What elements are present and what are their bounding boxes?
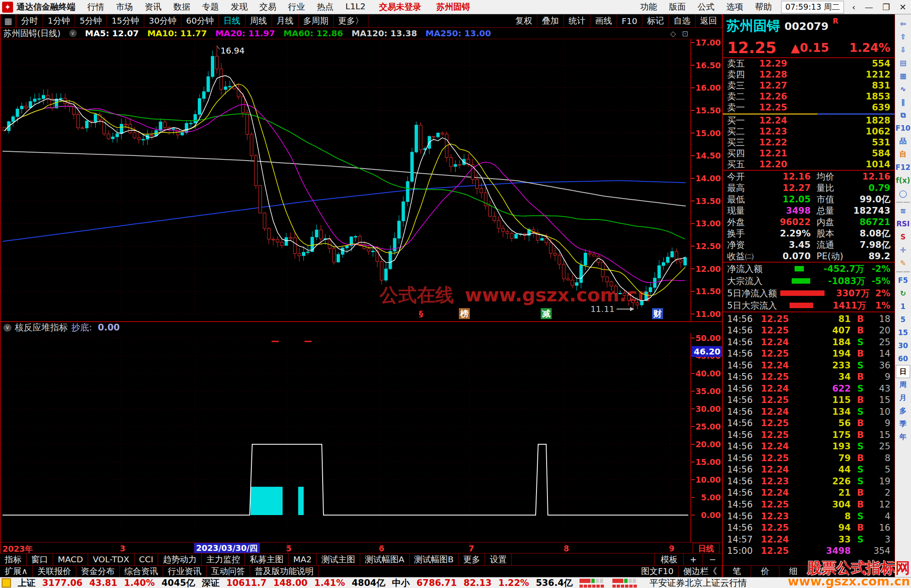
period-quarter[interactable]: 季: [896, 417, 910, 430]
period-15min[interactable]: 15: [896, 326, 910, 339]
indicator-tab[interactable]: 更多: [458, 553, 485, 565]
period-tab[interactable]: 更多〉: [334, 14, 369, 27]
chart-tool-button[interactable]: 画线: [590, 14, 617, 27]
menu-item[interactable]: 帮助: [749, 1, 778, 13]
index-value[interactable]: 82.13: [464, 578, 491, 588]
info-tab[interactable]: 关联报价: [33, 566, 76, 577]
period-tab[interactable]: 60分钟: [181, 14, 218, 27]
info-tab[interactable]: 普及版功能说明: [250, 566, 319, 577]
refresh-icon[interactable]: ↻: [896, 287, 910, 300]
menu-item[interactable]: 行情: [81, 1, 110, 13]
info-tab[interactable]: 行业资讯: [163, 566, 207, 577]
period-5min[interactable]: 5: [896, 313, 910, 326]
period-tab[interactable]: 分时: [16, 14, 43, 27]
menu-item[interactable]: 公式: [692, 1, 720, 13]
info-tab[interactable]: 互动问答: [207, 566, 250, 577]
candlestick-plot[interactable]: 17.0016.5016.0015.5015.0014.5014.0013.50…: [1, 39, 723, 322]
kline-icon[interactable]: ∥: [896, 95, 910, 108]
side-tool-tab[interactable]: 侧边栏《: [679, 566, 722, 577]
indicator-tab[interactable]: 窗口: [27, 553, 53, 565]
s-indicator-icon[interactable]: S: [896, 230, 910, 243]
trade-login-status[interactable]: 交易未登录: [372, 1, 429, 13]
f12-icon[interactable]: F12: [896, 161, 910, 174]
period-tab[interactable]: 月线: [272, 14, 299, 27]
period-year[interactable]: 年: [896, 430, 910, 443]
tree-icon[interactable]: 品: [896, 134, 910, 148]
info-tab[interactable]: 综合资讯: [120, 566, 163, 577]
index-value[interactable]: 10611.7: [226, 578, 267, 588]
index-value[interactable]: 1.22%: [499, 578, 529, 588]
collapse-circle-icon[interactable]: ∨: [3, 324, 11, 332]
info-tab[interactable]: 扩展∧: [0, 566, 33, 577]
indicator-tab[interactable]: 测试主图: [317, 553, 360, 565]
trend-line-icon[interactable]: ∿: [896, 82, 910, 95]
indicator-tab[interactable]: 主力监控: [202, 553, 245, 565]
minimize-icon[interactable]: —: [860, 2, 878, 12]
menu-item[interactable]: 功能: [634, 1, 663, 13]
window-layout-icon[interactable]: ▦: [1, 14, 16, 27]
chart-tool-button[interactable]: 返回: [695, 14, 722, 27]
restore-icon[interactable]: ❐: [878, 2, 895, 12]
index-value[interactable]: 4045亿: [162, 577, 195, 588]
index-value[interactable]: 6786.71: [416, 578, 457, 588]
split-window-icon[interactable]: ⊡: [682, 29, 688, 38]
rsi-icon[interactable]: RSI: [896, 217, 910, 230]
pages-icon[interactable]: ⧉: [896, 108, 910, 121]
period-day[interactable]: 日: [896, 365, 910, 378]
indicator-tab[interactable]: CCI: [135, 553, 159, 565]
add-pane-button[interactable]: +: [683, 553, 703, 565]
index-value[interactable]: 深证: [202, 577, 219, 588]
menu-item[interactable]: 行业: [282, 1, 311, 13]
divider-line[interactable]: ——: [896, 269, 910, 274]
indicator-plot[interactable]: 50.0045.0040.0035.0030.0025.0020.0015.00…: [1, 333, 723, 542]
chart-tool-button[interactable]: 标记: [642, 14, 669, 27]
chevron-down-icon[interactable]: ∨: [69, 30, 77, 37]
menu-item[interactable]: 发现: [225, 1, 253, 13]
period-tab[interactable]: 15分钟: [107, 14, 144, 27]
diamond-icon[interactable]: ◇: [670, 29, 676, 38]
current-stock-shortcut[interactable]: 苏州固锝: [429, 1, 478, 13]
custom-panel-icon[interactable]: 自: [896, 148, 910, 161]
chart-tool-button[interactable]: 统计: [564, 14, 590, 27]
chart-tool-button[interactable]: 复权: [511, 14, 537, 27]
index-value[interactable]: 中小: [392, 577, 410, 588]
down-arrow-icon[interactable]: ⇩: [896, 43, 910, 56]
menu-item[interactable]: 热点: [311, 1, 340, 13]
period-1min[interactable]: 1: [896, 300, 910, 313]
menu-item[interactable]: 数据: [167, 1, 196, 13]
menu-item[interactable]: L1L2: [340, 1, 372, 13]
menu-item[interactable]: 交易: [253, 1, 282, 13]
up-arrow-icon[interactable]: ⇧: [896, 30, 910, 43]
period-tab[interactable]: 日线: [219, 14, 245, 27]
indicator-tab[interactable]: 测试幅图A: [360, 553, 410, 565]
chart-tool-button[interactable]: F10: [617, 14, 642, 27]
menu-item[interactable]: 资讯: [139, 1, 167, 13]
period-multi[interactable]: 多: [896, 404, 910, 417]
indicator-tab[interactable]: VOL-TDX: [88, 553, 135, 565]
indicator-tab[interactable]: 测试幅图B: [410, 553, 459, 565]
divider-line[interactable]: ——: [896, 200, 910, 204]
period-tab[interactable]: 多周期: [299, 14, 334, 27]
chart-tool-button[interactable]: 叠加: [537, 14, 564, 27]
index-value[interactable]: 上证: [18, 577, 35, 588]
candlestick-chart[interactable]: 17.0016.5016.0015.5015.0014.5014.0013.50…: [0, 39, 722, 321]
period-month[interactable]: 月: [896, 391, 910, 404]
f5-icon[interactable]: F5: [896, 274, 910, 287]
indicator-name[interactable]: 核反应堆指标: [15, 322, 68, 333]
index-value[interactable]: 3177.06: [42, 578, 83, 588]
back-arrow-icon[interactable]: ⇦: [896, 17, 910, 30]
indicator-chart[interactable]: 50.0045.0040.0035.0030.0025.0020.0015.00…: [0, 333, 722, 542]
period-30min[interactable]: 30: [896, 339, 910, 352]
template-button[interactable]: 模板: [654, 553, 683, 565]
indicator-tab[interactable]: 趋势动力: [158, 553, 202, 565]
indicator-tab[interactable]: MACD: [53, 553, 88, 565]
period-tab[interactable]: 5分钟: [75, 14, 107, 27]
period-tab[interactable]: 周线: [245, 14, 272, 27]
index-value[interactable]: 1.40%: [124, 578, 155, 588]
collapse-icon[interactable]: ‹: [847, 2, 860, 12]
indicator-tab[interactable]: MA2: [288, 553, 317, 565]
quote-report-icon[interactable]: ▤: [896, 56, 910, 69]
market-status-icon[interactable]: [2, 578, 11, 588]
close-icon[interactable]: ✕: [895, 2, 911, 12]
chart-tool-button[interactable]: 自选: [669, 14, 695, 27]
